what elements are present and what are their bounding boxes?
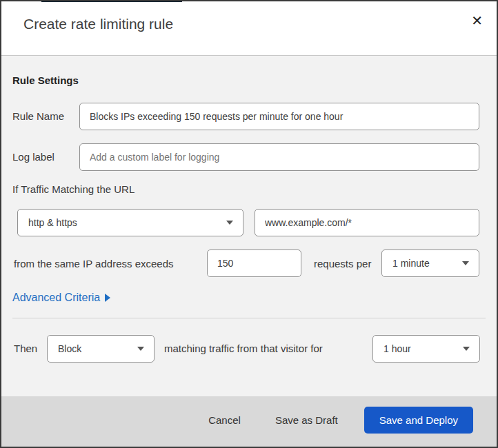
scheme-select[interactable]: http & https xyxy=(17,209,243,236)
exceeds-text: from the same IP address exceeds xyxy=(14,258,174,269)
background-page-strip xyxy=(41,0,182,2)
matching-traffic-text: matching traffic from that visitor for xyxy=(164,343,323,354)
section-divider xyxy=(12,318,486,318)
create-rate-limiting-rule-dialog: Create rate limiting rule ✕ Rule Setting… xyxy=(0,0,498,448)
duration-select[interactable]: 1 hour xyxy=(372,335,480,363)
dialog-title: Create rate limiting rule xyxy=(23,16,173,32)
footer-actions: Cancel Save as Draft Save and Deploy xyxy=(200,407,473,434)
requests-per-text: requests per xyxy=(314,258,371,269)
action-select-value: Block xyxy=(58,343,81,354)
cancel-button[interactable]: Cancel xyxy=(200,407,249,433)
period-select[interactable]: 1 minute xyxy=(381,250,479,277)
close-icon[interactable]: ✕ xyxy=(467,10,487,32)
period-select-value: 1 minute xyxy=(392,258,430,269)
log-label-label: Log label xyxy=(12,151,54,163)
rule-name-input[interactable] xyxy=(79,103,479,130)
dialog-header: Create rate limiting rule ✕ xyxy=(1,1,497,55)
action-select[interactable]: Block xyxy=(47,335,155,363)
url-pattern-input[interactable] xyxy=(255,209,479,236)
request-count-input[interactable] xyxy=(207,250,301,277)
chevron-down-icon xyxy=(137,347,144,351)
save-as-draft-button[interactable]: Save as Draft xyxy=(267,407,346,433)
then-text: Then xyxy=(14,343,37,354)
chevron-down-icon xyxy=(463,347,470,351)
chevron-right-icon xyxy=(105,294,110,302)
rule-settings-heading: Rule Settings xyxy=(12,74,79,86)
chevron-down-icon xyxy=(226,221,233,225)
rule-name-label: Rule Name xyxy=(12,110,64,122)
log-label-input[interactable] xyxy=(79,143,479,171)
chevron-down-icon xyxy=(462,261,469,265)
save-and-deploy-button[interactable]: Save and Deploy xyxy=(364,407,473,434)
scheme-select-value: http & https xyxy=(28,217,77,228)
advanced-criteria-label: Advanced Criteria xyxy=(12,292,100,304)
traffic-match-intro: If Traffic Matching the URL xyxy=(12,183,135,195)
advanced-criteria-link[interactable]: Advanced Criteria xyxy=(12,292,110,304)
duration-select-value: 1 hour xyxy=(384,343,411,354)
